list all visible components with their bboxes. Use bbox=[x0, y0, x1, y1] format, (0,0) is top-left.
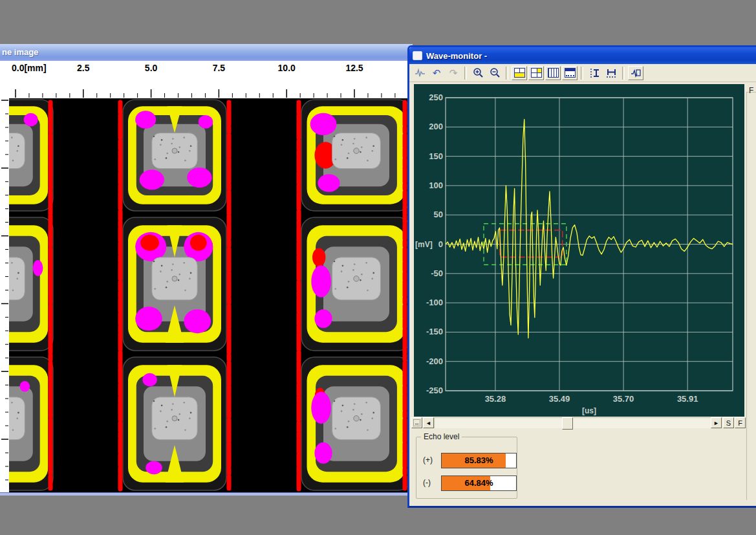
defect-blob-magenta bbox=[184, 309, 211, 333]
toolbar-separator bbox=[622, 67, 625, 80]
zoom-out-button[interactable] bbox=[487, 66, 502, 80]
defect-blob-magenta bbox=[135, 307, 162, 331]
echo-minus-value: 64.84% bbox=[442, 476, 516, 490]
echo-level-groupbox: Echo level (+) 85.83% (-) 64.84% bbox=[416, 437, 517, 499]
y-tick-label: -100 bbox=[426, 298, 443, 307]
waveform-tool-icon bbox=[415, 68, 426, 78]
vertical-ruler-ticks bbox=[0, 98, 9, 493]
scan-chip bbox=[301, 217, 407, 351]
scan-chip bbox=[9, 217, 53, 351]
y-tick-label: -200 bbox=[426, 356, 443, 366]
x-tick-label: 35.28 bbox=[485, 394, 506, 404]
layout-bottom-pane-button[interactable] bbox=[512, 66, 527, 80]
undo-icon: ↶ bbox=[433, 68, 441, 78]
wave-gate-icon bbox=[631, 68, 642, 78]
s-button[interactable]: S bbox=[723, 417, 734, 428]
arrow-right-icon: ► bbox=[713, 420, 719, 426]
scan-chip bbox=[301, 100, 407, 211]
table-view-icon bbox=[565, 68, 576, 78]
toolbar-separator bbox=[506, 67, 508, 80]
vertical-ruler bbox=[0, 98, 9, 493]
defect-blob-red bbox=[140, 235, 159, 251]
layout-split-quad-icon bbox=[531, 68, 542, 78]
undo-button[interactable]: ↶ bbox=[429, 66, 444, 80]
scroll-left-button[interactable]: ◄ bbox=[423, 417, 434, 428]
y-tick-label: -50 bbox=[431, 268, 443, 278]
echo-minus-bar: 64.84% bbox=[441, 475, 517, 491]
defect-blob-magenta bbox=[199, 115, 213, 129]
y-tick-label: -150 bbox=[426, 327, 443, 336]
echo-level-title: Echo level bbox=[421, 432, 462, 441]
defect-blob-magenta bbox=[20, 381, 30, 391]
redo-button[interactable]: ↷ bbox=[446, 66, 461, 80]
zoom-in-button[interactable] bbox=[470, 66, 486, 80]
vertical-gate-button[interactable] bbox=[587, 66, 602, 80]
horizontal-gate-icon bbox=[606, 68, 617, 78]
ruler-label: 5.0 bbox=[145, 63, 157, 73]
f-button[interactable]: F bbox=[735, 417, 746, 428]
y-tick-label: 50 bbox=[434, 210, 443, 219]
acoustic-scan-image[interactable] bbox=[9, 98, 407, 493]
y-tick-label: 0 bbox=[438, 239, 443, 249]
defect-blob-magenta bbox=[318, 174, 340, 192]
ruler-label: 10.0 bbox=[278, 63, 296, 73]
x-axis-unit-label: [us] bbox=[582, 406, 596, 415]
echo-plus-value: 85.83% bbox=[442, 453, 516, 468]
defect-blob-magenta bbox=[311, 265, 331, 297]
defect-blob-magenta bbox=[187, 168, 211, 188]
scan-chip bbox=[123, 217, 226, 351]
x-tick-label: 35.49 bbox=[549, 394, 570, 404]
ruler-label: 0.0[mm] bbox=[12, 63, 47, 73]
horizontal-gate-button[interactable] bbox=[603, 66, 619, 80]
defect-blob-magenta bbox=[314, 309, 332, 328]
time-scrollbar-row: ↔ ◄ ► S F bbox=[411, 417, 746, 430]
defect-blob-magenta bbox=[142, 373, 157, 387]
scan-image-container bbox=[9, 98, 407, 493]
scrollbar-track[interactable] bbox=[434, 417, 711, 428]
image-window-titlebar[interactable]: ne image bbox=[0, 44, 413, 61]
scan-chip bbox=[301, 357, 407, 490]
defect-blob-magenta bbox=[33, 260, 43, 276]
scan-chip bbox=[9, 357, 53, 490]
wave-monitor-titlebar[interactable]: Wave-monitor - bbox=[409, 47, 756, 64]
ruler-label: 12.5 bbox=[345, 63, 363, 73]
side-panel-label: F bbox=[749, 86, 753, 95]
image-window: ne image 0.0[mm]2.55.07.510.012.5 bbox=[0, 44, 413, 496]
waveform-tool-button[interactable] bbox=[412, 66, 427, 80]
zoom-in-icon bbox=[473, 67, 484, 78]
waveform-plot-panel: 250200150100500-50-100-150-200-25035.283… bbox=[414, 84, 744, 417]
y-tick-label: 200 bbox=[429, 122, 443, 131]
image-window-bottom-border bbox=[0, 492, 413, 496]
vertical-gate-icon bbox=[589, 68, 600, 78]
waveform-plot[interactable]: 250200150100500-50-100-150-200-25035.283… bbox=[414, 84, 744, 417]
defect-blob-magenta bbox=[310, 113, 337, 135]
layout-corner-pane-button[interactable] bbox=[528, 66, 544, 80]
grid-view-button[interactable] bbox=[545, 66, 561, 80]
defect-blob-magenta bbox=[140, 169, 164, 190]
scan-chip bbox=[9, 100, 53, 211]
echo-minus-label: (-) bbox=[423, 478, 431, 487]
defect-blob-magenta bbox=[135, 111, 156, 129]
y-tick-label: -250 bbox=[426, 386, 443, 395]
image-window-title: ne image bbox=[0, 47, 38, 57]
scrollbar-thumb[interactable] bbox=[562, 417, 573, 430]
app-icon bbox=[413, 51, 422, 60]
wave-monitor-title: Wave-monitor - bbox=[426, 51, 487, 61]
defect-blob-magenta bbox=[314, 442, 332, 464]
zoom-out-icon bbox=[490, 67, 501, 78]
ruler-label: 2.5 bbox=[77, 63, 89, 73]
scan-chip bbox=[123, 357, 226, 490]
wave-gate-button[interactable] bbox=[628, 66, 643, 80]
scroll-right-button[interactable]: ► bbox=[711, 417, 722, 428]
horizontal-ruler: 0.0[mm]2.55.07.510.012.5 bbox=[0, 61, 413, 98]
redo-icon: ↷ bbox=[449, 68, 458, 78]
ruler-label: 7.5 bbox=[213, 63, 225, 73]
y-tick-label: 150 bbox=[429, 151, 443, 161]
table-view-button[interactable] bbox=[562, 66, 578, 80]
plot-background bbox=[414, 84, 744, 417]
x-tick-label: 35.70 bbox=[613, 394, 634, 404]
expand-range-button[interactable]: ↔ bbox=[411, 417, 422, 428]
side-groupbox-edge bbox=[746, 92, 756, 500]
arrow-left-icon: ◄ bbox=[426, 420, 431, 426]
desktop: ne image 0.0[mm]2.55.07.510.012.5 Wave-m… bbox=[0, 0, 756, 535]
